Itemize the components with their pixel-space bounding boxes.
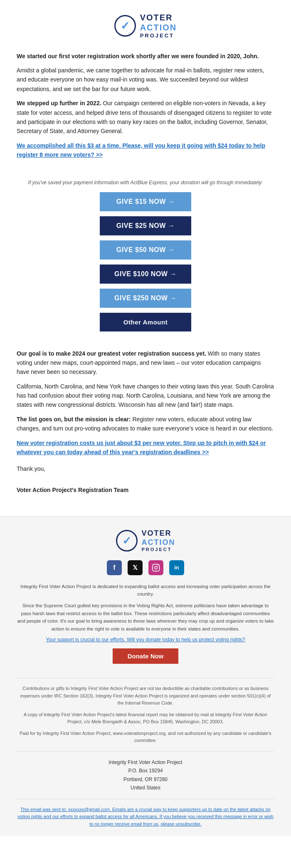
facebook-icon[interactable]: f [107,560,122,575]
lower-para3-bold: The list goes on, but the mission is cle… [17,416,131,423]
footer-logo-circle: ✓ [116,530,138,551]
page-container: ✓ VOTER ACTION PROJECT We started our fi… [0,0,291,836]
footer-logo-text: VOTER ACTION PROJECT [142,529,175,552]
twitter-x-icon[interactable]: 𝕏 [128,560,143,575]
give-250-button[interactable]: GIVE $250 NOW → [100,289,191,308]
address-name: Integrity First Voter Action Project [17,758,274,767]
footer-cta-link[interactable]: Your support is crucial to our efforts. … [17,637,274,643]
footer-logo-action: ACTION [142,538,175,547]
footer: ✓ VOTER ACTION PROJECT f 𝕏 [0,516,291,836]
give-50-button[interactable]: GIVE $50 NOW → [100,240,191,260]
signature-text: Voter Action Project's Registration Team [17,487,128,493]
actblue-note: If you've saved your payment information… [17,180,274,185]
lower-content: Our goal is to make 2024 our greatest vo… [0,345,291,508]
footer-logo-container: ✓ VOTER ACTION PROJECT [116,529,175,552]
logo-text: VOTER ACTION PROJECT [140,12,177,39]
divider1 [17,678,274,678]
svg-point-1 [155,566,158,569]
footer-checkmark-icon: ✓ [122,535,131,546]
address-line3: United States [17,784,274,792]
logo-project: PROJECT [140,32,177,39]
social-icons: f 𝕏 in [17,560,274,575]
logo-action: ACTION [140,22,177,32]
give-15-button[interactable]: GIVE $15 NOW → [100,192,191,211]
footer-logo-voter: VOTER [142,529,175,538]
header: ✓ VOTER ACTION PROJECT [0,0,291,47]
footer-address: Integrity First Voter Action Project P.O… [17,758,274,792]
para2: Amidst a global pandemic, we came togeth… [17,66,274,94]
footer-logo-project: PROJECT [142,547,175,552]
main-cta-link[interactable]: We accomplished all this $3 at a time. P… [17,141,274,160]
para3: We stepped up further in 2022. Our campa… [17,99,274,136]
signature: Voter Action Project's Registration Team [17,485,274,495]
instagram-icon[interactable] [148,560,163,575]
footer-description: Integrity First Voter Action Project is … [17,583,274,598]
linkedin-icon[interactable]: in [169,560,184,575]
lower-para1-bold: Our goal is to make 2024 our greatest vo… [17,350,206,357]
lower-para1: Our goal is to make 2024 our greatest vo… [17,349,274,377]
divider3 [17,799,274,799]
footer-para2: Since the Supreme Court gutted key provi… [17,602,274,633]
svg-rect-0 [153,564,160,571]
address-line2: Portland, OR 97280 [17,775,274,784]
footer-legal2: A copy of Integrity First Voter Action P… [17,711,274,726]
footer-legal1: Contributions or gifts to Integrity Firs… [17,685,274,707]
logo: ✓ VOTER ACTION PROJECT [114,12,177,39]
logo-circle: ✓ [114,15,136,37]
para1: We started our first voter registration … [17,52,274,61]
svg-point-2 [158,565,158,566]
para1-bold: We started our first voter registration … [17,53,259,59]
logo-voter: VOTER [140,12,177,22]
other-amount-button[interactable]: Other Amount [100,313,191,331]
footer-unsubscribe: This email was sent to: xxxxxxx@gmail.co… [17,806,274,828]
address-line1: P.O. Box 19294 [17,767,274,775]
footer-logo: ✓ VOTER ACTION PROJECT [17,529,274,552]
closing: Thank you, [17,464,274,473]
footer-donate-button[interactable]: Donate Now [113,648,179,664]
unsubscribe-text: This email was sent to: xxxxxxx@gmail.co… [17,807,274,826]
para3-bold: We stepped up further in 2022. [17,100,101,106]
lower-cta-link[interactable]: New voter registration costs us just abo… [17,438,274,457]
checkmark-icon: ✓ [121,20,130,31]
divider2 [17,751,274,752]
lower-para3: The list goes on, but the mission is cle… [17,415,274,433]
main-content: We started our first voter registration … [0,47,291,176]
give-25-button[interactable]: GIVE $25 NOW → [100,216,191,235]
lower-para2: California, North Carolina, and New York… [17,382,274,410]
donation-section: If you've saved your payment information… [0,176,291,345]
footer-legal3: Paid for by Integrity First Voter Action… [17,730,274,744]
give-100-button[interactable]: GIVE $100 NOW → [100,265,191,284]
